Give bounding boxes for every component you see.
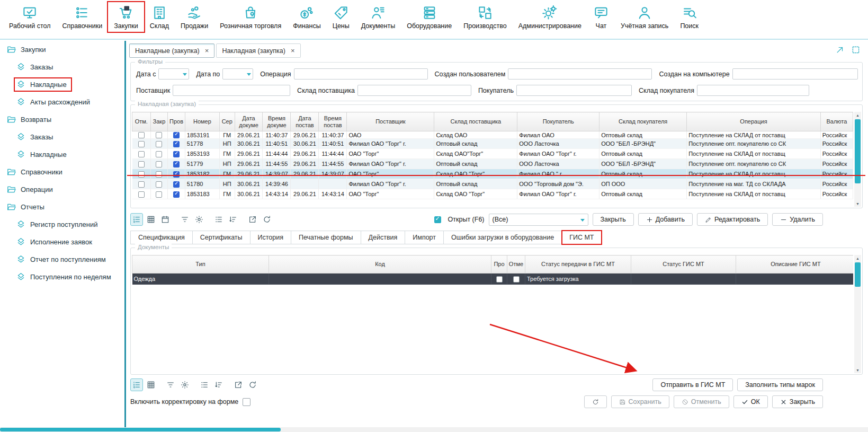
ok-button[interactable]: ОК [733,395,768,408]
column-header[interactable]: Статус ГИС МТ [631,255,736,274]
row-checkbox[interactable] [138,132,145,138]
filter-created-on-computer-field[interactable] [733,69,857,79]
toolbar-item-chat[interactable]: Чат [587,2,615,32]
sort-list-icon[interactable] [227,213,239,226]
sidebar-item-purchases-invoices[interactable]: Накладные [0,76,124,93]
edit-button[interactable]: Редактировать [697,213,768,226]
sidebar-item-directories-folder[interactable]: Справочники [0,163,124,181]
table-row[interactable]: ✓1853193ГМ29.06.2111:44:4429.06.2111:44:… [132,149,853,159]
column-header[interactable]: Про [491,255,507,274]
row-checkbox[interactable] [156,181,162,188]
row-checkbox[interactable] [138,191,145,198]
sidebar-item-returns-folder[interactable]: Возвраты [0,111,124,128]
sidebar-item-returns-invoices[interactable]: Накладные [0,146,124,163]
filter-created-by-user-field[interactable] [508,69,651,79]
filter-created-by-user-input[interactable] [508,68,652,80]
close-tab-icon[interactable]: × [291,47,295,54]
tab-print-forms[interactable]: Печатные формы [291,231,361,244]
column-header[interactable]: Пров [168,112,185,131]
row-checkbox[interactable]: ✓ [173,171,180,178]
export-icon[interactable] [246,213,259,226]
filter-created-on-computer-input[interactable] [732,68,858,80]
scrollbar-thumb[interactable] [855,119,861,183]
row-checkbox[interactable]: ✓ [173,141,180,147]
column-header[interactable]: Валюта [820,112,853,131]
gear-icon[interactable] [178,378,191,391]
send-to-gis-mt-button[interactable]: Отправить в ГИС МТ [652,378,733,391]
column-header[interactable]: Поставщик [347,112,434,131]
table-row[interactable]: ✓51780НП30.06.2114:39:46Филиал ОАО "Торг… [132,179,853,189]
column-header[interactable]: Дата докуме [235,112,263,131]
scroll-up-icon[interactable]: ▲ [854,255,861,261]
row-checkbox[interactable]: ✓ [173,151,180,157]
table-row[interactable]: ✓1853191ГМ29.06.2111:40:3729.06.2111:40:… [132,131,853,139]
toolbar-item-search[interactable]: Поиск [674,2,704,32]
toolbar-item-retail[interactable]: Розничная торговля [214,2,287,32]
filter-date-to-field[interactable] [223,69,253,79]
gear-icon[interactable] [193,213,205,226]
open-filter-checkbox[interactable]: ✓ [434,216,441,223]
refresh-icon[interactable] [246,378,259,391]
toolbar-item-prices[interactable]: Цены [327,2,355,32]
column-header[interactable]: Склад поставщика [434,112,517,131]
column-header[interactable]: Номер [185,112,219,131]
tab-specification[interactable]: Спецификация [130,231,193,244]
column-header[interactable]: Тип [132,255,269,274]
grid-icon[interactable] [145,213,157,226]
window-horizontal-scrollbar[interactable] [0,427,868,432]
toolbar-item-sales[interactable]: Продажи [175,2,214,32]
table-row[interactable]: ОдеждаТребуется загрузка [132,274,854,285]
sidebar-item-purchases-orders[interactable]: Заказы [0,58,124,76]
close-button[interactable]: Закрыть [772,395,823,408]
column-header[interactable]: Статус передачи в ГИС МТ [525,255,631,274]
toolbar-item-account[interactable]: Учётная запись [615,2,674,32]
filter-buyer-input[interactable] [516,85,632,96]
toolbar-item-finances[interactable]: Финансы [287,2,326,32]
filter-date-to-input[interactable] [222,68,253,80]
table-row[interactable]: ✓1853182ГМ29.06.2114:39:0729.06.2114:39:… [132,169,853,179]
sidebar-item-requests-execution[interactable]: Исполнение заявок [0,233,124,251]
row-checkbox[interactable] [156,161,162,167]
table-row[interactable]: ✓51778НП30.06.2111:40:5130.06.2111:40:51… [132,139,853,149]
list-icon[interactable] [212,213,225,226]
row-checkbox[interactable] [138,161,145,167]
documents-vertical-scrollbar[interactable]: ▲ ▼ [854,255,861,373]
column-header[interactable]: Сер [220,112,235,131]
row-checkbox[interactable] [513,276,520,283]
maximize-icon[interactable] [851,45,861,55]
column-header[interactable]: Код [269,255,491,274]
export-icon[interactable] [232,378,245,391]
row-checkbox[interactable] [156,191,162,198]
refresh-button[interactable] [584,395,607,408]
scroll-down-icon[interactable]: ▼ [854,200,861,207]
row-checkbox[interactable] [138,141,145,147]
sort-list-icon[interactable] [212,378,225,391]
row-checkbox[interactable] [138,181,145,188]
row-checkbox[interactable] [138,171,145,178]
grid-icon[interactable] [145,378,157,391]
sidebar-item-receipts-register[interactable]: Регистр поступлений [0,216,124,233]
fill-mark-types-button[interactable]: Заполнить типы марок [737,378,823,391]
filter-date-from-input[interactable] [158,68,189,80]
filter-supplier-field[interactable] [173,85,290,95]
popout-icon[interactable] [835,45,845,55]
close-tab-icon[interactable]: × [205,47,209,54]
filter-supplier-warehouse-field[interactable] [358,85,471,95]
toolbar-item-production[interactable]: Производство [458,2,513,32]
scroll-down-icon[interactable]: ▼ [854,367,861,373]
column-header[interactable]: Время постав [319,112,347,131]
tab-import[interactable]: Импорт [405,231,444,244]
toolbar-item-directories[interactable]: Справочники [56,2,108,32]
column-header[interactable]: Закр [150,112,168,131]
row-checkbox[interactable]: ✓ [173,161,180,167]
add-button[interactable]: Добавить [638,213,693,226]
close-list-button[interactable]: Закрыть [593,213,634,226]
calendar-icon[interactable] [159,213,172,226]
table-row[interactable]: ✓51779НП29.06.2111:44:5529.06.2111:44:55… [132,159,853,169]
column-header[interactable]: Описание ГИС МТ [736,255,854,274]
row-checkbox[interactable] [156,171,162,178]
column-header[interactable]: Дата постав [291,112,319,131]
toolbar-item-desktop[interactable]: Рабочий стол [3,2,56,32]
sidebar-item-reports-folder[interactable]: Отчеты [0,198,124,216]
tab-history[interactable]: История [250,231,291,244]
